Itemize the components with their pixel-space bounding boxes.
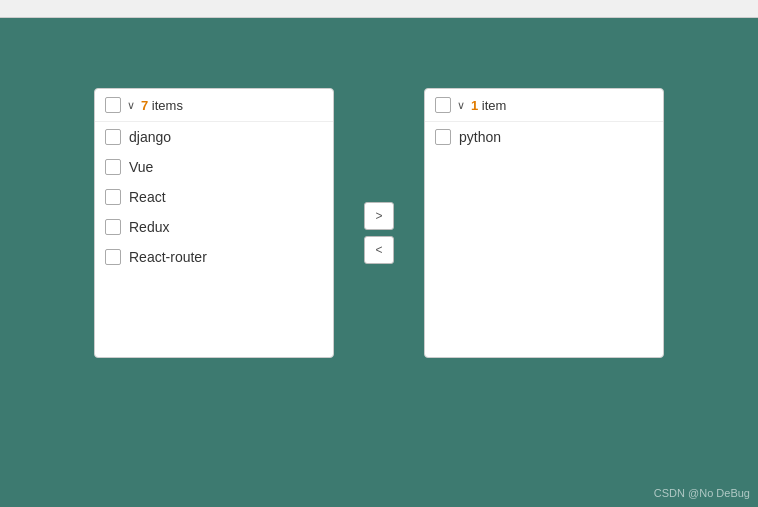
- move-right-button[interactable]: >: [364, 202, 394, 230]
- item-checkbox-django[interactable]: [105, 129, 121, 145]
- right-list-header: ∨ 1 item: [425, 89, 663, 122]
- item-checkbox-react-router[interactable]: [105, 249, 121, 265]
- left-list-box: ∨ 7 items django Vue React Redux: [94, 88, 334, 358]
- transfer-buttons: > <: [364, 202, 394, 264]
- left-list-body[interactable]: django Vue React Redux React-router: [95, 122, 333, 272]
- left-list-header: ∨ 7 items: [95, 89, 333, 122]
- move-left-button[interactable]: <: [364, 236, 394, 264]
- right-list-box: ∨ 1 item python: [424, 88, 664, 358]
- left-select-all-checkbox[interactable]: [105, 97, 121, 113]
- left-chevron-icon: ∨: [127, 99, 135, 112]
- right-count-number: 1: [471, 98, 478, 113]
- item-checkbox-python[interactable]: [435, 129, 451, 145]
- main-container: ∨ 7 items django Vue React Redux: [0, 18, 758, 358]
- list-item[interactable]: React: [95, 182, 333, 212]
- right-list-body[interactable]: python: [425, 122, 663, 152]
- item-label-redux: Redux: [129, 219, 169, 235]
- list-item[interactable]: django: [95, 122, 333, 152]
- item-checkbox-redux[interactable]: [105, 219, 121, 235]
- right-select-all-checkbox[interactable]: [435, 97, 451, 113]
- item-label-react: React: [129, 189, 166, 205]
- item-checkbox-vue[interactable]: [105, 159, 121, 175]
- item-label-django: django: [129, 129, 171, 145]
- right-chevron-icon: ∨: [457, 99, 465, 112]
- right-item-count: 1 item: [471, 98, 506, 113]
- item-label-vue: Vue: [129, 159, 153, 175]
- left-count-number: 7: [141, 98, 148, 113]
- item-label-react-router: React-router: [129, 249, 207, 265]
- list-item[interactable]: Redux: [95, 212, 333, 242]
- left-item-count: 7 items: [141, 98, 183, 113]
- item-label-python: python: [459, 129, 501, 145]
- top-bar: [0, 0, 758, 18]
- list-item[interactable]: Vue: [95, 152, 333, 182]
- list-item[interactable]: python: [425, 122, 663, 152]
- item-checkbox-react[interactable]: [105, 189, 121, 205]
- watermark: CSDN @No DeBug: [654, 487, 750, 499]
- list-item[interactable]: React-router: [95, 242, 333, 272]
